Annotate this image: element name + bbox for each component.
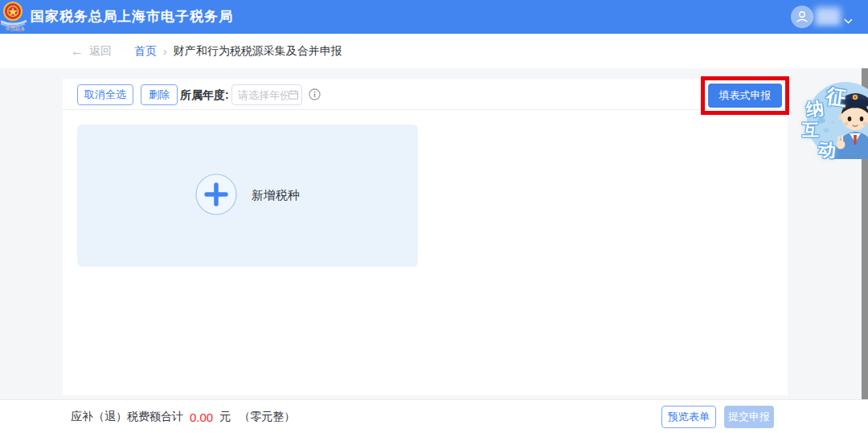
content-panel: 取消全选 删除 所属年度:	[63, 79, 788, 395]
total-amount-capital: （零元整）	[239, 410, 295, 424]
info-icon[interactable]	[309, 88, 321, 100]
cancel-select-all-button[interactable]: 取消全选	[77, 84, 133, 105]
user-avatar[interactable]	[791, 6, 813, 28]
annotation-highlight-box: 填表式申报	[701, 76, 789, 115]
year-picker[interactable]	[231, 84, 302, 105]
back-arrow-icon: ←	[71, 44, 84, 59]
mascot-char-zheng: 征	[825, 82, 848, 111]
delete-button[interactable]: 删除	[141, 84, 178, 105]
toolbar: 取消全选 删除 所属年度:	[63, 79, 788, 110]
top-header: 中国税务 国家税务总局上海市电子税务局	[0, 0, 868, 34]
year-input[interactable]	[238, 89, 288, 101]
mascot-char-hu: 互	[802, 119, 819, 141]
chevron-down-icon[interactable]	[844, 13, 853, 27]
year-label: 所属年度:	[180, 84, 229, 105]
preview-form-button[interactable]: 预览表单	[661, 406, 716, 428]
back-button[interactable]: ← 返回	[71, 44, 112, 59]
add-tax-type-label: 新增税种	[252, 188, 300, 203]
plus-circle-icon	[195, 174, 237, 219]
add-tax-type-card[interactable]: 新增税种	[77, 125, 418, 267]
total-unit: 元	[219, 410, 231, 424]
tax-bureau-logo-icon: 中国税务	[1, 1, 28, 33]
person-icon	[795, 10, 809, 24]
footer-bar: 应补（退）税费额合计 0.00 元 （零元整） 预览表单 提交申报	[0, 399, 868, 433]
total-amount-line: 应补（退）税费额合计 0.00 元 （零元整）	[71, 400, 295, 433]
calendar-icon[interactable]	[288, 89, 299, 100]
redacted-username	[815, 7, 841, 27]
page: 中国税务 国家税务总局上海市电子税务局 ← 返回 首页 › 财产和行为税税源采集…	[0, 0, 868, 433]
breadcrumb-separator: ›	[163, 45, 167, 58]
breadcrumb-home-link[interactable]: 首页	[134, 44, 157, 59]
submit-declare-button[interactable]: 提交申报	[724, 406, 774, 428]
breadcrumb: ← 返回 首页 › 财产和行为税税源采集及合并申报	[0, 34, 868, 68]
total-amount-value: 0.00	[190, 411, 213, 424]
app-title: 国家税务总局上海市电子税务局	[31, 0, 233, 34]
logo-caption: 中国税务	[1, 26, 30, 33]
fill-form-declare-button[interactable]: 填表式申报	[708, 84, 782, 108]
mascot-char-dong: 动	[817, 137, 837, 163]
total-label: 应补（退）税费额合计	[71, 410, 183, 424]
breadcrumb-current-page: 财产和行为税税源采集及合并申报	[174, 44, 342, 59]
back-label: 返回	[89, 44, 112, 59]
